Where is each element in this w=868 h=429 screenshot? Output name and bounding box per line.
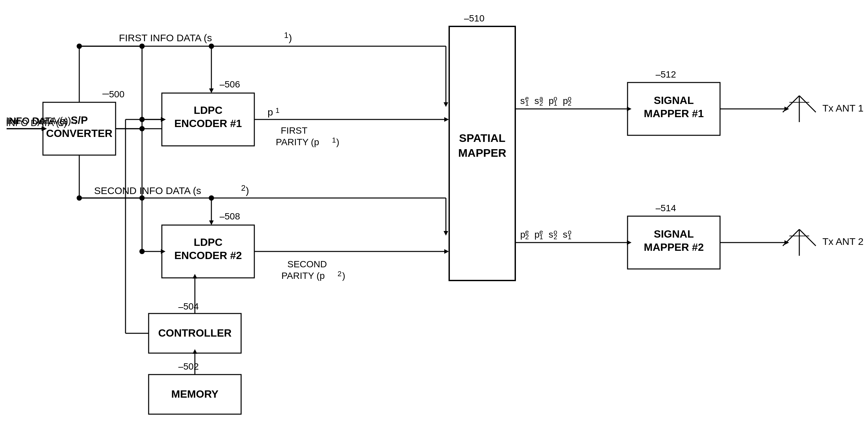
svg-text:): ) [342,271,345,281]
ref-512: 512 [660,69,676,79]
svg-text:2: 2 [554,233,557,240]
p1-output-label: p [268,107,273,118]
svg-text:): ) [289,32,292,43]
tx-ant-1-label: Tx ANT 1 [823,103,863,113]
output-top-label: s [520,96,525,106]
svg-point-84 [209,43,214,49]
svg-text:1: 1 [539,233,543,240]
ldpc-encoder-2-label: LDPC [193,236,222,248]
svg-text:1: 1 [554,100,557,107]
svg-text:s: s [563,229,567,239]
svg-rect-0 [0,0,868,429]
signal-mapper-1-label: SIGNAL [654,94,694,106]
ref-506: 506 [225,79,240,90]
svg-text:MAPPER #2: MAPPER #2 [644,241,704,253]
svg-text:2: 2 [568,100,571,107]
svg-text:p: p [534,229,540,239]
diagram-container: 500 S/P CONVERTER INFO DATA (s) → INFO D… [0,0,868,429]
svg-text:PARITY (p: PARITY (p [276,137,319,147]
svg-text:MAPPER #1: MAPPER #1 [644,107,704,120]
svg-text:1: 1 [332,136,336,144]
controller-label: CONTROLLER [158,327,231,339]
ref-514: 514 [660,203,676,213]
ref-508: 508 [225,211,240,222]
ref-502: 502 [183,361,199,371]
svg-text:p: p [563,96,568,106]
second-parity-label: SECOND [287,259,327,269]
second-info-data-label: SECOND INFO DATA (s [94,185,201,196]
svg-point-93 [140,126,145,131]
svg-text:): ) [336,137,339,147]
svg-text:s: s [549,229,553,239]
svg-text:s: s [534,96,539,106]
tx-ant-2-label: Tx ANT 2 [823,236,863,247]
spatial-mapper-label: SPATIAL [459,132,505,144]
svg-text:1: 1 [525,100,529,107]
info-data-input-label: INFO DATA (s) [6,115,71,126]
svg-text:ENCODER #1: ENCODER #1 [175,118,242,129]
ref-504: 504 [183,301,199,311]
svg-text:1: 1 [568,233,571,240]
ref-510: 510 [469,13,485,24]
signal-mapper-2-label: SIGNAL [654,228,694,240]
svg-text:2: 2 [539,100,543,107]
memory-label: MEMORY [172,388,219,400]
svg-text:p: p [549,96,554,106]
svg-text:): ) [246,185,249,196]
svg-text:2: 2 [525,233,529,240]
svg-text:2: 2 [338,270,342,278]
svg-point-100 [140,117,145,122]
first-parity-label: FIRST [281,125,308,136]
first-info-data-label: FIRST INFO DATA (s [119,32,212,43]
svg-point-85 [209,195,214,201]
svg-text:PARITY (p: PARITY (p [281,271,325,281]
ref-500: 500 [109,89,125,99]
ldpc-encoder-1-label: LDPC [193,104,222,116]
svg-text:MAPPER: MAPPER [458,146,506,159]
svg-text:CONVERTER: CONVERTER [46,127,113,139]
svg-text:ENCODER #2: ENCODER #2 [175,250,242,261]
output-bottom-label: p [520,229,526,239]
svg-text:1: 1 [284,31,288,40]
svg-text:2: 2 [241,184,245,192]
svg-text:1: 1 [275,106,279,114]
